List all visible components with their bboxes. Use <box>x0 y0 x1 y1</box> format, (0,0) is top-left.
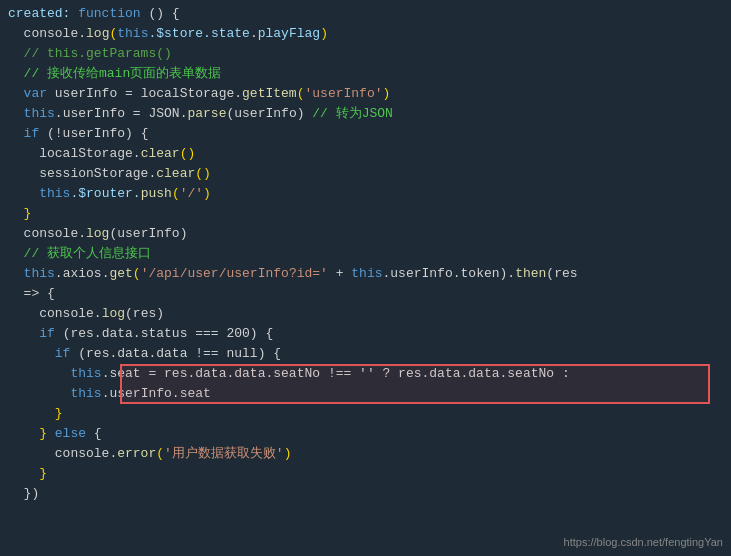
code-token: push <box>141 186 172 201</box>
code-token: (userInfo) <box>226 106 312 121</box>
code-line: console.log(res) <box>0 304 731 324</box>
code-token: ) <box>320 26 328 41</box>
code-token: (res <box>546 266 577 281</box>
code-token: error <box>117 446 156 461</box>
code-editor: created: function () { console.log(this.… <box>0 0 731 556</box>
code-token: console <box>8 26 78 41</box>
code-token: clear <box>141 146 180 161</box>
code-line: created: function () { <box>0 4 731 24</box>
code-line: this.axios.get('/api/user/userInfo?id=' … <box>0 264 731 284</box>
code-line: console.log(userInfo) <box>0 224 731 244</box>
code-token: state <box>211 26 250 41</box>
code-token: (res.data.status === 200) { <box>55 326 273 341</box>
code-token: ) <box>203 186 211 201</box>
code-line: this.seat = res.data.data.seatNo !== '' … <box>0 364 731 384</box>
code-token: this <box>117 26 148 41</box>
code-token: console. <box>8 226 86 241</box>
code-token: ) <box>284 446 292 461</box>
code-token: . <box>250 26 258 41</box>
code-line: }) <box>0 484 731 504</box>
code-token: clear <box>156 166 195 181</box>
code-token: () { <box>141 6 180 21</box>
code-token: '/' <box>180 186 203 201</box>
code-token: .$store. <box>148 26 210 41</box>
code-token: this <box>70 386 101 401</box>
code-token <box>8 366 70 381</box>
code-line: console.error('用户数据获取失败') <box>0 444 731 464</box>
code-token: get <box>109 266 132 281</box>
code-token: if <box>24 126 40 141</box>
code-token: (res.data.data !== null) { <box>70 346 281 361</box>
code-token <box>8 386 70 401</box>
code-token: .seat = res.data.data.seatNo !== '' ? re… <box>102 366 570 381</box>
code-token: .userInfo = JSON. <box>55 106 188 121</box>
code-token <box>8 86 24 101</box>
code-token: ) <box>383 86 391 101</box>
code-line: if (!userInfo) { <box>0 124 731 144</box>
code-token: localStorage. <box>8 146 141 161</box>
code-token: (!userInfo) { <box>39 126 148 141</box>
code-token: then <box>515 266 546 281</box>
code-token: // 转为JSON <box>312 106 393 121</box>
code-token: 'userInfo' <box>304 86 382 101</box>
code-token: .$router. <box>70 186 140 201</box>
code-token: parse <box>187 106 226 121</box>
code-token <box>8 266 24 281</box>
code-token <box>8 186 39 201</box>
code-token: userInfo = localStorage. <box>47 86 242 101</box>
code-token: => { <box>8 286 55 301</box>
code-token: if <box>55 346 71 361</box>
code-line: => { <box>0 284 731 304</box>
code-token: this <box>24 266 55 281</box>
code-line: } <box>0 204 731 224</box>
code-line: // 获取个人信息接口 <box>0 244 731 264</box>
code-token: else <box>55 426 86 441</box>
code-token <box>8 346 55 361</box>
code-line: this.userInfo = JSON.parse(userInfo) // … <box>0 104 731 124</box>
code-token: .userInfo.token). <box>383 266 516 281</box>
code-token: . <box>78 26 86 41</box>
code-token: } <box>8 466 47 481</box>
code-line: // 接收传给main页面的表单数据 <box>0 64 731 84</box>
code-token: sessionStorage. <box>8 166 156 181</box>
code-line: } else { <box>0 424 731 444</box>
code-line: console.log(this.$store.state.playFlag) <box>0 24 731 44</box>
code-line: this.userInfo.seat <box>0 384 731 404</box>
code-token: () <box>180 146 196 161</box>
code-token: console. <box>8 306 102 321</box>
code-line: if (res.data.status === 200) { <box>0 324 731 344</box>
code-token: ( <box>172 186 180 201</box>
code-token: log <box>86 26 109 41</box>
code-token: function <box>78 6 140 21</box>
code-token: ( <box>156 446 164 461</box>
code-token: var <box>24 86 47 101</box>
code-token: .userInfo.seat <box>102 386 211 401</box>
code-token: } <box>8 206 31 221</box>
code-line: } <box>0 464 731 484</box>
code-token: created: <box>8 6 78 21</box>
code-token <box>8 326 39 341</box>
code-token: if <box>39 326 55 341</box>
code-line: var userInfo = localStorage.getItem('use… <box>0 84 731 104</box>
code-token: .axios. <box>55 266 110 281</box>
code-line: if (res.data.data !== null) { <box>0 344 731 364</box>
code-token: this <box>70 366 101 381</box>
code-line: } <box>0 404 731 424</box>
watermark: https://blog.csdn.net/fengtingYan <box>564 536 723 548</box>
code-token: ( <box>133 266 141 281</box>
code-token: log <box>102 306 125 321</box>
code-token: // this.getParams() <box>8 46 172 61</box>
code-token: this <box>39 186 70 201</box>
code-token: console. <box>8 446 117 461</box>
code-token: // 获取个人信息接口 <box>8 246 151 261</box>
code-token: (userInfo) <box>109 226 187 241</box>
code-line: sessionStorage.clear() <box>0 164 731 184</box>
code-line: // this.getParams() <box>0 44 731 64</box>
code-token <box>8 106 24 121</box>
code-token: } <box>8 426 55 441</box>
code-token: '用户数据获取失败' <box>164 446 284 461</box>
code-token: () <box>195 166 211 181</box>
code-token: this <box>24 106 55 121</box>
code-token: '/api/user/userInfo?id=' <box>141 266 328 281</box>
code-token: getItem <box>242 86 297 101</box>
